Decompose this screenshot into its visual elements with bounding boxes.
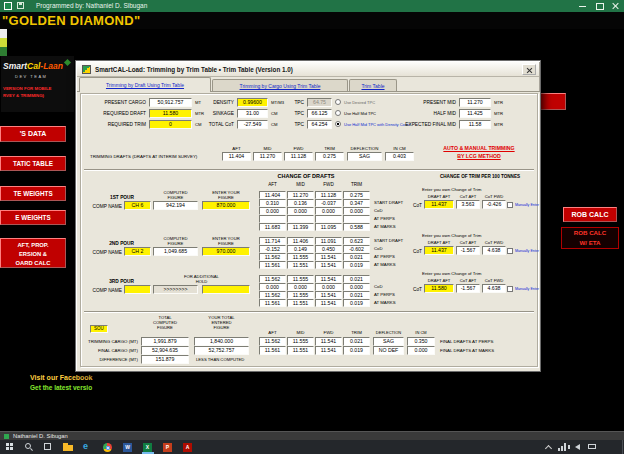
tpc-radio-2-label[interactable]: Use Half Mid TPC xyxy=(344,111,376,116)
tab-trim-by-draft[interactable]: Trimming by Draft Using Trim Table xyxy=(79,77,211,92)
tpc-radio-1-label[interactable]: Use Desired TPC xyxy=(344,100,375,105)
tpc-label: TPC xyxy=(286,122,304,127)
battery-icon[interactable] xyxy=(588,444,596,449)
draft-prop-line-3: OARD CALC xyxy=(1,259,65,268)
draft-prop-line-2: ERSION & xyxy=(1,250,65,259)
draft-cell: 11.562 xyxy=(259,291,286,299)
tray-chevron-up-icon[interactable] xyxy=(545,444,551,450)
draft-cell: 0.000 xyxy=(315,283,342,291)
tpc-radio-1[interactable] xyxy=(335,99,341,105)
file-explorer-icon[interactable] xyxy=(60,441,76,453)
form-row-3: REQUIRED TRIM 0 CM TOTAL CoT -27.549 CM … xyxy=(76,120,541,131)
draft-cell: 0.019 xyxy=(343,299,370,307)
save-icon[interactable] xyxy=(17,2,24,9)
manual-cot-checkbox[interactable] xyxy=(507,202,513,208)
required-draft-input[interactable]: 11.580 xyxy=(149,109,192,118)
rob-calc-eta-button[interactable]: ROB CALC W/ ETA xyxy=(561,227,619,249)
comp-name-input[interactable] xyxy=(124,285,151,294)
excel-app-icon xyxy=(4,2,12,10)
weights-button-1[interactable]: TE WEIGHTS xyxy=(0,186,66,201)
powerpoint-icon[interactable]: P xyxy=(160,441,176,453)
tpc-radio-2[interactable] xyxy=(335,110,341,116)
entered-figure-input[interactable] xyxy=(202,285,250,294)
manual-cot-checkbox[interactable] xyxy=(507,286,513,292)
draft-cell: 0.000 xyxy=(287,283,314,291)
enter-own-cot-label: Enter you own Change of Trim xyxy=(422,271,538,276)
unit-label: MTR xyxy=(494,111,503,116)
draft-aft-input[interactable]: 11.580 xyxy=(424,284,454,293)
draft-prop-calc-button[interactable]: AFT, PROP. ERSION & OARD CALC xyxy=(0,238,66,268)
pour-title: 2ND POUR xyxy=(94,241,134,246)
tpc-radio-3[interactable] xyxy=(335,121,341,127)
draft-cell: 0.000 xyxy=(287,207,314,215)
divider xyxy=(84,311,534,313)
search-icon[interactable] xyxy=(25,443,31,449)
density-input[interactable]: 0.99600 xyxy=(237,98,268,107)
draft-prop-line-1: AFT, PROP. xyxy=(1,241,65,250)
draft-cell: 11.555 xyxy=(287,275,314,283)
draft-cell: 11.541 xyxy=(315,291,342,299)
rob-calc-button[interactable]: ROB CALC xyxy=(563,207,617,222)
entered-figure-input[interactable]: 870.000 xyxy=(202,201,250,210)
interim-label: TRIMMING DRAFTS (DRAFTS AT INTERIM SURVE… xyxy=(90,154,220,159)
dialog-icon xyxy=(82,65,91,74)
close-button[interactable] xyxy=(608,0,624,12)
start-button[interactable] xyxy=(6,443,13,450)
required-trim-input[interactable]: 0 xyxy=(149,120,192,129)
word-icon[interactable]: W xyxy=(120,441,136,453)
workbook-status-strip[interactable]: Nathaniel D. Sibugan xyxy=(0,431,624,440)
col-header-mid: MID xyxy=(253,146,282,151)
excel-icon[interactable]: X xyxy=(140,441,156,453)
task-view-icon[interactable] xyxy=(44,443,51,450)
unit-label: MTR xyxy=(494,122,503,127)
edge-icon[interactable]: e xyxy=(80,441,96,453)
pdf-icon[interactable]: A xyxy=(180,441,196,453)
partial-red-button[interactable] xyxy=(541,93,566,110)
weights-button-2[interactable]: E WEIGHTS xyxy=(0,210,66,225)
form-row-2: REQUIRED DRAFT 11.580 MTR SINKAGE 31.00 … xyxy=(76,109,541,120)
maximize-button[interactable] xyxy=(592,0,608,12)
volume-icon[interactable] xyxy=(575,444,580,450)
col-header-mid: MID xyxy=(287,330,314,335)
cot-label: CoT xyxy=(406,287,422,292)
additional-hold-header: HOLD xyxy=(153,279,250,284)
entered-figure-input[interactable]: 970.000 xyxy=(202,247,250,256)
draft-cell: 0.275 xyxy=(343,191,370,199)
network-icon[interactable] xyxy=(558,443,566,451)
chrome-icon[interactable] xyxy=(100,441,116,453)
final-draft-cell: 0.021 xyxy=(343,337,370,346)
cot-label: CoT xyxy=(406,203,422,208)
final-draft-cell: 11.551 xyxy=(287,346,314,355)
cot-header-fwd: CoT FWD xyxy=(482,278,506,283)
hydrostatic-table-button[interactable]: TATIC TABLE xyxy=(0,156,66,171)
dialog-close-icon[interactable] xyxy=(522,64,536,75)
unit-label: CM xyxy=(271,122,278,127)
dev-team-label: DEV TEAM xyxy=(15,74,47,79)
minimize-button[interactable] xyxy=(575,0,591,12)
comp-name-input[interactable]: CH 2 xyxy=(124,247,151,256)
latest-version-link[interactable]: Get the latest versio xyxy=(30,384,92,391)
trimming-cargo-entered: 1,840.000 xyxy=(194,337,249,346)
row-label: AT PERPS xyxy=(374,254,420,259)
draft-aft-input[interactable]: 11.437 xyxy=(424,200,454,209)
trimming-cargo-computed: 1,991.879 xyxy=(141,337,189,346)
manual-cot-checkbox[interactable] xyxy=(507,248,513,254)
sou-partial-label[interactable]: SOU xyxy=(90,325,108,333)
interim-deflection-cell: SAG xyxy=(347,152,382,161)
app-title: Programmed by: Nathaniel D. Sibugan xyxy=(36,0,147,12)
dialog-titlebar[interactable]: SmartCAL-Load: Trimming by Trim Table • … xyxy=(77,62,539,77)
manual-cot-label[interactable]: Manually Enter CoT xyxy=(515,203,541,208)
final-cargo-computed: 52,904.635 xyxy=(141,346,189,355)
grid-icon xyxy=(4,434,9,439)
manual-cot-label[interactable]: Manually Enter CoT xyxy=(515,249,541,254)
col-header-deflection: DEFLECTION xyxy=(373,330,404,335)
ships-data-button[interactable]: 'S DATA xyxy=(0,126,66,142)
facebook-link[interactable]: Visit our Facebook xyxy=(30,374,93,381)
col-header-trim: TRIM xyxy=(315,146,344,151)
comp-name-input[interactable]: CH 6 xyxy=(124,201,151,210)
draft-cell: 0.310 xyxy=(259,199,286,207)
manual-cot-label[interactable]: Manually Enter CoT xyxy=(515,287,541,292)
draft-cell: 0.450 xyxy=(315,245,342,253)
unit-label: MTR xyxy=(494,100,503,105)
draft-aft-input[interactable]: 11.437 xyxy=(424,246,454,255)
